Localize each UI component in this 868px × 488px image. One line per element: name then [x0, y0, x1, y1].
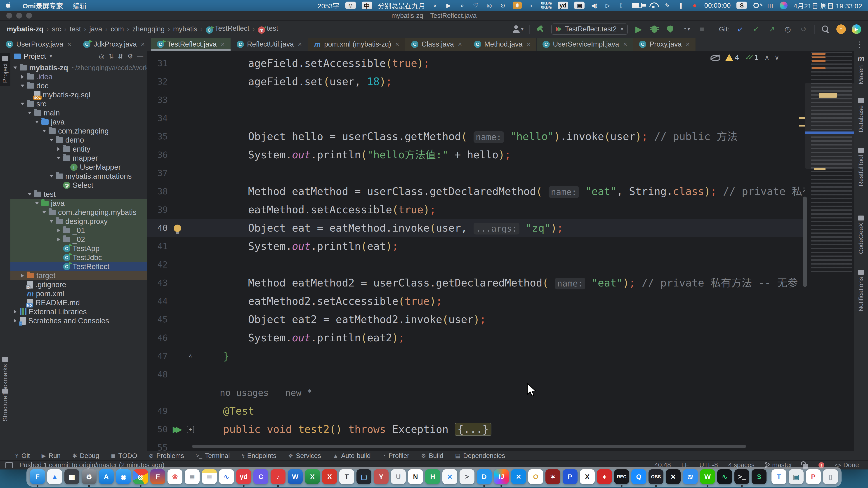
dock-item-screen-recorder[interactable]: REC: [614, 469, 629, 484]
editor-tab-testreflect-java[interactable]: C▶TestReflect.java×: [151, 38, 231, 51]
volume-icon[interactable]: ◀): [590, 2, 598, 9]
tree-chevron-icon[interactable]: [21, 75, 24, 78]
dock-item-messages[interactable]: >: [460, 469, 474, 484]
panel-settings-gear-icon[interactable]: ⚙: [127, 53, 133, 60]
dock-item-xmind[interactable]: X: [322, 469, 337, 484]
breadcrumb-item-testreflect[interactable]: C▶TestReflect: [206, 24, 249, 34]
search-everywhere-icon[interactable]: [820, 24, 831, 34]
dock-item-reminders[interactable]: ≣: [185, 469, 199, 484]
run-button[interactable]: ▶: [633, 24, 644, 34]
network-speed[interactable]: 0KB/s0KB/s: [541, 2, 552, 9]
stripe-item-restfultool[interactable]: RestfulTool: [854, 148, 868, 186]
dock-item-rings[interactable]: O: [528, 469, 543, 484]
code-line-45[interactable]: 45 Object eat2 = eatMethod2.invoke(user)…: [147, 311, 854, 329]
dock-item-x-colorful[interactable]: X: [580, 469, 595, 484]
tree-row-main[interactable]: main: [10, 108, 147, 118]
toolwindow-button-problems[interactable]: ⊘Problems: [149, 452, 184, 459]
dock-item-notion[interactable]: N: [408, 469, 423, 484]
git-update-button[interactable]: ↙: [735, 24, 745, 34]
dock-item-preview[interactable]: ▣: [789, 469, 804, 484]
tree-row-.gitignore[interactable]: ∅.gitignore: [10, 280, 147, 289]
code-line-42[interactable]: 42: [147, 256, 854, 274]
tree-row-com.zhengqing.mybatis[interactable]: com.zhengqing.mybatis: [10, 208, 147, 217]
dock-item-youdao-dict[interactable]: yd: [236, 469, 251, 484]
toolwindow-button-dependencies[interactable]: ▤Dependencies: [455, 452, 505, 459]
code-line-36[interactable]: 36 System.out.println("hello方法值:" + hell…: [147, 146, 854, 164]
ok-indicator[interactable]: ✓✓ 1: [745, 53, 759, 62]
siri-icon[interactable]: [780, 2, 787, 9]
code-with-me-icon[interactable]: ▾: [513, 24, 524, 34]
tree-row-src[interactable]: src: [10, 99, 147, 108]
code-line-50[interactable]: 50▶▶+ public void test2() throws Excepti…: [147, 420, 854, 438]
toolwindow-button-terminal[interactable]: >_Terminal: [196, 452, 230, 459]
breadcrumb-item-src[interactable]: src: [52, 25, 61, 33]
dock-item-system-settings[interactable]: ⚙: [82, 469, 96, 484]
dock-item-redstar[interactable]: ✶: [546, 469, 560, 484]
stripe-item-project[interactable]: Project: [0, 53, 10, 86]
dock-item-t-app[interactable]: T: [772, 469, 786, 484]
tree-chevron-icon[interactable]: [14, 319, 17, 323]
s-app-icon[interactable]: S: [737, 2, 747, 9]
dock-item-money-terminal[interactable]: $: [752, 469, 767, 484]
play-circle-icon[interactable]: ▷: [604, 2, 612, 9]
dock-item-chrome[interactable]: ◎: [133, 469, 148, 484]
coverage-button[interactable]: [665, 24, 675, 34]
dock-item-wechat[interactable]: W: [700, 469, 715, 484]
breadcrumb-item-mybatis[interactable]: mybatis: [173, 25, 197, 33]
horizontal-scrollbar[interactable]: [192, 445, 746, 448]
clock-date[interactable]: 4月21日 周日 19:33:02: [794, 0, 862, 10]
input-method-zh-icon[interactable]: 中: [362, 2, 372, 9]
word-count[interactable]: 2053字: [318, 0, 340, 10]
pause-circle-icon[interactable]: ∥: [677, 2, 685, 9]
tree-row-mapper[interactable]: mapper: [10, 154, 147, 163]
dock-item-maps[interactable]: ▲: [47, 469, 62, 484]
tree-row-entity[interactable]: entity: [10, 144, 147, 154]
record-icon[interactable]: ●: [691, 2, 699, 9]
update-available-icon[interactable]: ↑: [836, 24, 846, 34]
project-panel-title[interactable]: Project: [24, 52, 46, 61]
song-title[interactable]: 分别总是在九月: [378, 0, 426, 10]
tree-chevron-icon[interactable]: [14, 310, 17, 314]
gallery-icon[interactable]: ▣: [574, 2, 585, 9]
locate-file-icon[interactable]: ◎: [99, 53, 104, 60]
breadcrumb-item-java[interactable]: java: [89, 25, 102, 33]
dock-item-h-app[interactable]: H: [425, 469, 440, 484]
tree-row-select[interactable]: @Select: [10, 181, 147, 190]
tab-overflow-menu-icon[interactable]: ⋮: [856, 38, 868, 51]
dock-item-obs[interactable]: OBS: [649, 469, 663, 484]
breadcrumb-item-zhengqing[interactable]: zhengqing: [132, 25, 164, 33]
dock-item-c-app[interactable]: C: [253, 469, 268, 484]
tree-row-_02[interactable]: _02: [10, 235, 147, 244]
dock-item-terminal[interactable]: >_: [735, 469, 749, 484]
tree-row-_01[interactable]: _01: [10, 226, 147, 235]
tab-close-icon[interactable]: ×: [686, 40, 690, 48]
dock-item-intellij-idea[interactable]: IJ: [494, 469, 509, 484]
editor-tab-method-java[interactable]: CMethod.java×: [468, 38, 537, 51]
tree-row-target[interactable]: target: [10, 271, 147, 280]
highlighting-eye-icon[interactable]: [710, 54, 719, 61]
editor-tab-reflectutil-java[interactable]: CReflectUtil.java×: [231, 38, 308, 51]
editor-tab-userserviceimpl-java[interactable]: CUserServiceImpl.java×: [537, 38, 633, 51]
dock-item-activity-monitor[interactable]: ∿: [717, 469, 732, 484]
media-next-icon[interactable]: »: [458, 2, 466, 9]
code-line-33[interactable]: 33: [147, 91, 854, 109]
editor-tab-proxy-java[interactable]: CProxy.java×: [633, 38, 696, 51]
layout-icon[interactable]: [5, 462, 13, 468]
wifi-icon[interactable]: [649, 2, 658, 9]
tree-row-external-libraries[interactable]: External Libraries: [10, 307, 147, 316]
tree-row-design.proxy[interactable]: design.proxy: [10, 217, 147, 226]
editor-tab-userproxy-java[interactable]: CUserProxy.java×: [0, 38, 77, 51]
tree-row-scratches-and-consoles[interactable]: ◔Scratches and Consoles: [10, 316, 147, 325]
tab-close-icon[interactable]: ×: [67, 40, 71, 48]
code-line-32[interactable]: 32 ageField.set(user, 18);: [147, 72, 854, 91]
editor-tab-jdkproxy-java[interactable]: C▶JdkProxy.java×: [77, 38, 151, 51]
warnings-indicator[interactable]: 4: [725, 53, 739, 62]
tree-row-usermapper[interactable]: IUserMapper: [10, 163, 147, 172]
code-line-37[interactable]: 37: [147, 164, 854, 182]
tab-close-icon[interactable]: ×: [526, 40, 530, 48]
code-line-47[interactable]: 47˄ }: [147, 347, 854, 365]
tree-chevron-icon[interactable]: [42, 211, 46, 214]
toolwindow-button-debug[interactable]: ✱Debug: [72, 452, 99, 459]
tree-chevron-icon[interactable]: [50, 139, 53, 141]
toolwindow-button-git[interactable]: YGit: [15, 452, 30, 459]
